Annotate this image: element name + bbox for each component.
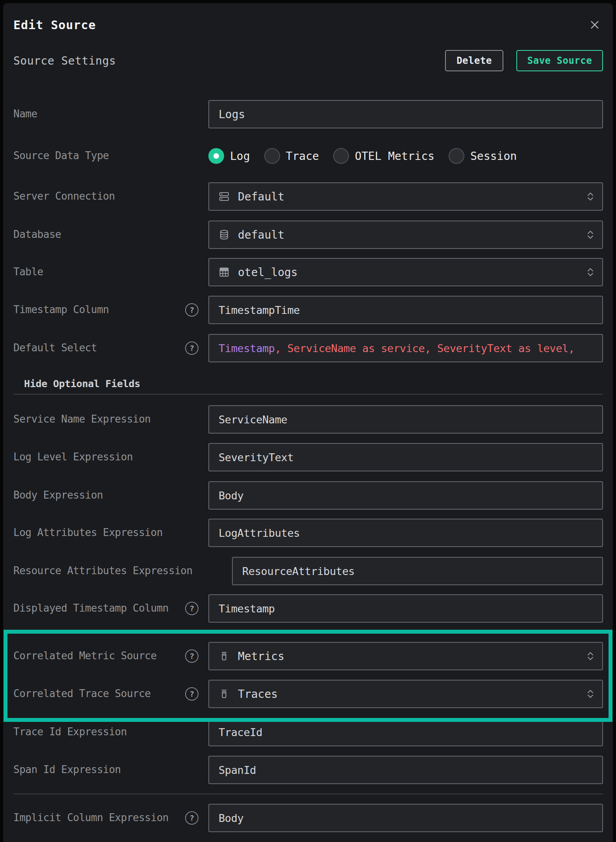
radio-log-circle[interactable] xyxy=(208,148,224,164)
table-row: Table otel_logs xyxy=(13,258,603,286)
default-select-value-rest: , ServiceName as service, SeverityText a… xyxy=(275,342,575,354)
displayed-timestamp-column-label: Displayed Timestamp Column xyxy=(13,601,169,615)
default-select-row: Default Select ? Timestamp, ServiceName … xyxy=(13,334,603,362)
radio-trace-circle[interactable] xyxy=(264,148,280,164)
displayed-timestamp-column-row: Displayed Timestamp Column ? Timestamp xyxy=(13,594,603,623)
server-connection-select[interactable]: Default xyxy=(208,182,603,211)
database-icon xyxy=(219,229,230,240)
implicit-column-expression-row: Implicit Column Expression ? Body xyxy=(13,804,603,832)
section-divider xyxy=(13,794,603,794)
service-name-expression-label: Service Name Expression xyxy=(13,412,151,426)
radio-log-label: Log xyxy=(230,150,250,163)
radio-session[interactable]: Session xyxy=(449,148,517,164)
highlight-annotation-box: Correlated Metric Source ? Metrics xyxy=(4,630,612,722)
span-id-expression-label: Span Id Expression xyxy=(13,763,121,777)
log-attributes-expression-value: LogAttributes xyxy=(219,527,300,539)
table-select[interactable]: otel_logs xyxy=(208,258,603,286)
server-connection-value: Default xyxy=(238,190,284,203)
timestamp-column-input[interactable]: TimestampTime xyxy=(208,296,603,324)
table-value: otel_logs xyxy=(238,266,298,279)
name-row: Name Logs xyxy=(13,100,603,128)
resource-attributes-expression-input[interactable]: ResourceAttributes xyxy=(232,557,603,585)
chevron-up-down-icon xyxy=(586,191,594,202)
chevron-up-down-icon xyxy=(586,651,594,662)
help-icon[interactable]: ? xyxy=(185,811,199,825)
displayed-timestamp-column-value: Timestamp xyxy=(219,603,275,615)
body-expression-input[interactable]: Body xyxy=(208,481,603,510)
log-attributes-expression-label: Log Attributes Expression xyxy=(13,526,163,540)
server-connection-label: Server Connection xyxy=(13,189,115,203)
correlated-trace-source-label: Correlated Trace Source xyxy=(13,687,151,701)
resource-attributes-expression-row: Resource Attributes Expression ResourceA… xyxy=(13,557,603,585)
save-source-button[interactable]: Save Source xyxy=(516,50,603,71)
database-row: Database default xyxy=(13,221,603,249)
hide-optional-fields-toggle[interactable]: Hide Optional Fields xyxy=(13,377,603,390)
trace-id-expression-input[interactable]: TraceId xyxy=(208,718,603,746)
service-name-expression-input[interactable]: ServiceName xyxy=(208,405,603,434)
trace-id-expression-row: Trace Id Expression TraceId xyxy=(13,718,603,746)
log-level-expression-input[interactable]: SeverityText xyxy=(208,443,603,471)
correlated-metric-source-label: Correlated Metric Source xyxy=(13,649,157,663)
chevron-up-down-icon xyxy=(586,688,594,699)
implicit-column-expression-value: Body xyxy=(219,812,243,824)
server-connection-row: Server Connection Default xyxy=(13,182,603,211)
radio-trace-label: Trace xyxy=(286,150,319,163)
resource-attributes-expression-label: Resource Attributes Expression xyxy=(13,564,193,578)
database-select[interactable]: default xyxy=(208,221,603,249)
section-divider xyxy=(13,394,603,395)
name-label: Name xyxy=(13,107,37,121)
default-select-label: Default Select xyxy=(13,341,97,355)
service-name-expression-value: ServiceName xyxy=(219,414,287,426)
database-value: default xyxy=(238,228,284,241)
name-value: Logs xyxy=(219,108,245,121)
correlated-trace-source-select[interactable]: Traces xyxy=(208,680,603,708)
correlated-metric-source-select[interactable]: Metrics xyxy=(208,642,603,670)
log-attributes-expression-row: Log Attributes Expression LogAttributes xyxy=(13,519,603,547)
correlated-metric-source-row: Correlated Metric Source ? Metrics xyxy=(13,642,603,670)
timestamp-column-row: Timestamp Column ? TimestampTime xyxy=(13,296,603,324)
implicit-column-expression-input[interactable]: Body xyxy=(208,804,603,832)
radio-session-circle[interactable] xyxy=(449,148,464,164)
container-icon xyxy=(219,651,230,662)
help-icon[interactable]: ? xyxy=(185,649,199,663)
radio-otel-metrics[interactable]: OTEL Metrics xyxy=(333,148,434,164)
service-name-expression-row: Service Name Expression ServiceName xyxy=(13,405,603,434)
default-select-value-keyword: Timestamp xyxy=(219,342,275,354)
database-label: Database xyxy=(13,228,61,241)
help-icon[interactable]: ? xyxy=(185,341,199,355)
close-icon[interactable] xyxy=(588,18,601,32)
default-select-input[interactable]: Timestamp, ServiceName as service, Sever… xyxy=(208,334,603,362)
container-icon xyxy=(219,688,230,699)
edit-source-dialog: Edit Source Source Settings Delete Save … xyxy=(3,3,613,842)
server-icon xyxy=(219,191,230,202)
body-expression-value: Body xyxy=(219,490,243,502)
trace-id-expression-label: Trace Id Expression xyxy=(13,725,127,739)
radio-session-label: Session xyxy=(470,150,517,163)
implicit-column-expression-label: Implicit Column Expression xyxy=(13,811,169,825)
table-label: Table xyxy=(13,265,43,279)
help-icon[interactable]: ? xyxy=(185,687,199,701)
help-icon[interactable]: ? xyxy=(185,303,199,317)
log-attributes-expression-input[interactable]: LogAttributes xyxy=(208,519,603,547)
span-id-expression-row: Span Id Expression SpanId xyxy=(13,756,603,784)
radio-otel-metrics-circle[interactable] xyxy=(333,148,349,164)
chevron-up-down-icon xyxy=(586,267,594,278)
timestamp-column-value: TimestampTime xyxy=(219,304,300,316)
chevron-up-down-icon xyxy=(586,229,594,240)
displayed-timestamp-column-input[interactable]: Timestamp xyxy=(208,594,603,623)
resource-attributes-expression-value: ResourceAttributes xyxy=(242,565,354,577)
span-id-expression-input[interactable]: SpanId xyxy=(208,756,603,784)
radio-log[interactable]: Log xyxy=(208,148,250,164)
trace-id-expression-value: TraceId xyxy=(219,726,262,738)
dialog-title: Edit Source xyxy=(13,18,96,32)
section-title: Source Settings xyxy=(13,54,116,67)
span-id-expression-value: SpanId xyxy=(219,764,256,776)
body-expression-label: Body Expression xyxy=(13,488,103,502)
help-icon[interactable]: ? xyxy=(185,602,199,615)
delete-button[interactable]: Delete xyxy=(445,50,503,71)
correlated-metric-source-value: Metrics xyxy=(238,650,284,663)
correlated-trace-source-value: Traces xyxy=(238,688,278,701)
name-input[interactable]: Logs xyxy=(208,100,603,128)
radio-trace[interactable]: Trace xyxy=(264,148,319,164)
timestamp-column-label: Timestamp Column xyxy=(13,303,109,317)
